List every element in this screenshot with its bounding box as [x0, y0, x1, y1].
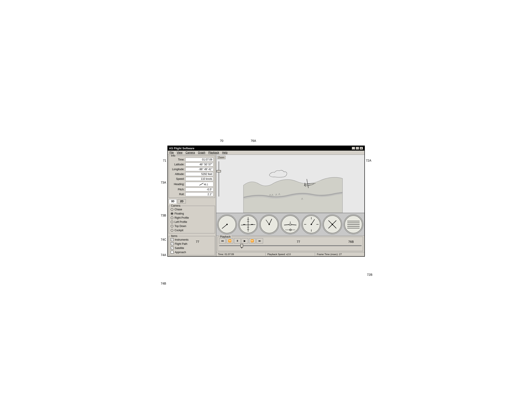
info-row-longitude: Longitude: -96° 49' 41" [170, 167, 214, 171]
maximize-button[interactable]: □ [356, 147, 359, 150]
annot-74B: 74B [161, 282, 166, 285]
approach-label: Approach [175, 251, 186, 254]
instrument-horizon [238, 214, 258, 234]
title-bar: AS Flight Software _ □ × [168, 146, 364, 151]
radio-chase[interactable] [171, 208, 173, 211]
progress-bar-container [219, 245, 361, 250]
svg-point-27 [281, 216, 299, 233]
items-group: Items Instruments Flight Path Satellite [169, 236, 215, 255]
radio-cockpit[interactable] [171, 229, 173, 232]
camera-group-title: Camera [170, 204, 181, 207]
info-group: Info Time: 01:07:09 Latitude: 46° 50' 57… [169, 156, 215, 198]
menu-graph[interactable]: Graph [198, 151, 205, 154]
radio-left-profile[interactable] [171, 221, 173, 223]
view-tabs: 3D 2D [169, 199, 215, 203]
camera-option-chase[interactable]: Chase [171, 208, 214, 211]
playback-group: Playback ⏮ ⏪ ⏸ ▶ ⏩ ⏭ [218, 237, 363, 251]
instrument-misc [343, 214, 363, 234]
menu-help[interactable]: Help [222, 151, 228, 154]
zoom-track [219, 161, 219, 196]
instrument-vsi [323, 214, 342, 234]
playback-rewind[interactable]: ⏪ [227, 238, 233, 243]
item-satellite[interactable]: Satellite [171, 246, 214, 250]
tab-2d[interactable]: 2D [178, 199, 186, 203]
annot-76A: 76A [251, 139, 256, 143]
info-row-roll: Roll: 2.1° [170, 192, 214, 196]
playback-play[interactable]: ▶ [241, 238, 248, 243]
viewport-area: Zoom [216, 155, 364, 213]
checkbox-approach[interactable] [171, 251, 174, 253]
playback-fast-forward[interactable]: ⏩ [249, 238, 256, 243]
longitude-value: -96° 49' 41" [185, 167, 214, 171]
zoom-slider[interactable] [217, 159, 221, 199]
svg-point-45 [345, 216, 362, 233]
svg-line-0 [199, 183, 203, 185]
camera-option-left-profile[interactable]: Left Profile [171, 220, 214, 223]
main-content: Info Time: 01:07:09 Latitude: 46° 50' 57… [168, 155, 364, 256]
camera-floating-label: Floating [175, 212, 184, 215]
radio-top-down[interactable] [171, 225, 173, 227]
instrument-heading [301, 214, 321, 234]
svg-point-26 [268, 224, 270, 225]
annot-72B: 72B [367, 273, 373, 276]
latitude-label: Latitude: [170, 163, 184, 166]
progress-thumb[interactable] [241, 244, 243, 247]
info-row-speed: Speed: 110 knots [170, 177, 214, 181]
item-approach[interactable]: Approach [171, 251, 214, 254]
menu-playback[interactable]: Playback [209, 151, 219, 154]
instruments-row [216, 213, 364, 236]
annot-71: 71 [163, 159, 166, 162]
progress-track[interactable] [219, 245, 361, 246]
right-panel: Zoom [216, 155, 364, 256]
app-title: AS Flight Software [169, 147, 195, 150]
items-group-title: Items [170, 234, 178, 238]
info-row-heading: Heading: 46.1° [170, 182, 214, 187]
camera-right-profile-label: Right Profile [175, 216, 189, 219]
zoom-thumb[interactable] [216, 170, 221, 172]
item-flight-path[interactable]: Flight Path [171, 242, 214, 246]
minimize-button[interactable]: _ [352, 147, 355, 150]
left-panel: Info Time: 01:07:09 Latitude: 46° 50' 57… [168, 155, 216, 256]
playback-controls: ⏮ ⏪ ⏸ ▶ ⏩ ⏭ [219, 238, 361, 243]
menu-camera[interactable]: Camera [186, 151, 195, 154]
close-button[interactable]: × [360, 147, 363, 150]
item-instruments[interactable]: Instruments [171, 238, 214, 241]
speed-value: 110 knots [185, 177, 214, 181]
camera-option-top-down[interactable]: Top Down [171, 225, 214, 228]
status-bar: Time: 01:07:09 Playback Speed: x2.0 Fram… [216, 252, 364, 256]
instrument-turn-coordinator [280, 214, 300, 234]
time-value: 01:07:09 [185, 158, 214, 162]
tab-3d[interactable]: 3D [169, 199, 177, 203]
status-playback-speed: Playback Speed: x2.0 [266, 253, 315, 256]
checkbox-instruments[interactable] [171, 238, 174, 241]
roll-label: Roll: [170, 193, 184, 196]
menu-file[interactable]: File [170, 151, 174, 154]
menu-bar: File View Camera Graph Playback Help [168, 151, 364, 155]
instrument-altimeter [259, 214, 279, 234]
info-row-pitch: Pitch: -0.5° [170, 188, 214, 191]
altitude-label: Altitude: [170, 173, 184, 176]
radio-floating[interactable] [171, 212, 173, 215]
camera-option-floating[interactable]: Floating [171, 212, 214, 215]
camera-option-cockpit[interactable]: Cockpit [171, 229, 214, 232]
roll-value: 2.1° [185, 192, 214, 196]
status-frame-time: Frame Time (msec): 27 [315, 253, 364, 256]
instruments-label: Instruments [175, 238, 189, 241]
playback-group-title: Playback [219, 235, 232, 238]
title-bar-controls: _ □ × [352, 147, 363, 150]
instrument-airspeed [217, 214, 237, 234]
playback-skip-end[interactable]: ⏭ [256, 238, 263, 243]
altitude-value: 5292 feet [185, 172, 214, 176]
checkbox-satellite[interactable] [171, 246, 174, 249]
camera-cockpit-label: Cockpit [175, 229, 184, 232]
playback-pause[interactable]: ⏸ [234, 238, 241, 243]
status-time: Time: 01:07:09 [216, 253, 266, 256]
radio-right-profile[interactable] [171, 216, 173, 219]
camera-top-down-label: Top Down [175, 225, 186, 228]
checkbox-flight-path[interactable] [171, 242, 174, 245]
camera-left-profile-label: Left Profile [175, 220, 187, 223]
menu-view[interactable]: View [177, 151, 183, 154]
playback-skip-start[interactable]: ⏮ [219, 238, 226, 243]
camera-option-right-profile[interactable]: Right Profile [171, 216, 214, 219]
annot-73A: 73A [161, 181, 166, 184]
